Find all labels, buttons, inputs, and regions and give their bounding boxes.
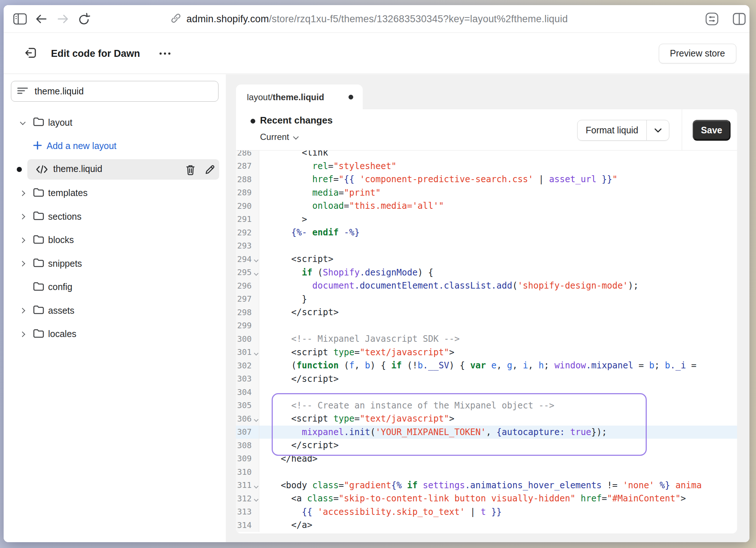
code-line[interactable]: 301 <script type="text/javascript"> — [236, 346, 737, 359]
line-number: 305 — [236, 399, 259, 412]
sidebar-item-blocks[interactable]: blocks — [4, 230, 226, 250]
code-line[interactable]: 287 rel="stylesheet" — [236, 160, 737, 173]
chevron-right-icon[interactable] — [20, 238, 25, 242]
sidebar-item-locales[interactable]: locales — [4, 324, 226, 344]
file-tree: layout Add a new layout — [4, 112, 226, 347]
delete-file-icon[interactable] — [185, 164, 196, 177]
fold-chevron-icon[interactable] — [255, 419, 259, 423]
sidebar-item-templates[interactable]: templates — [4, 183, 226, 203]
exit-icon[interactable] — [24, 46, 39, 62]
fold-chevron-icon[interactable] — [255, 273, 259, 277]
more-actions-button[interactable] — [156, 49, 174, 58]
browser-settings-icon[interactable] — [705, 12, 719, 26]
line-number: 303 — [236, 372, 259, 386]
fold-chevron-icon[interactable] — [255, 352, 259, 356]
chevron-right-icon[interactable] — [20, 191, 25, 195]
sidebar-item-theme-liquid[interactable]: theme.liquid — [4, 159, 226, 180]
code-line[interactable]: 305 <!-- Create an instance of the Mixpa… — [236, 399, 737, 412]
edit-file-icon[interactable] — [204, 164, 216, 177]
code-line-text: media="print" — [259, 188, 737, 198]
code-line[interactable]: 289 media="print" — [236, 186, 737, 200]
code-line[interactable]: 286 <link — [236, 150, 737, 160]
code-line[interactable]: 299 — [236, 319, 737, 333]
tab-theme-liquid[interactable]: layout/theme.liquid — [236, 85, 363, 110]
code-line[interactable]: 294 <script> — [236, 253, 737, 266]
sidebar-item-assets[interactable]: assets — [4, 300, 226, 321]
app-header: Edit code for Dawn Preview store — [4, 33, 749, 74]
code-line[interactable]: 304 — [236, 385, 737, 399]
add-new-layout-button[interactable]: Add a new layout — [4, 136, 226, 156]
code-line[interactable]: 313 {{ 'accessibility.skip_to_text' | t … — [236, 505, 737, 519]
forward-icon[interactable] — [57, 13, 69, 24]
fold-chevron-icon[interactable] — [255, 498, 259, 502]
code-line[interactable]: 307 mixpanel.init('YOUR_MIXPANEL_TOKEN',… — [236, 426, 737, 439]
folder-icon — [33, 117, 44, 128]
browser-toolbar: admin.shopify.com/store/rzq1xu-f5/themes… — [4, 5, 749, 33]
fold-chevron-icon[interactable] — [255, 485, 259, 489]
code-line-text: } — [259, 294, 737, 304]
code-file-icon — [36, 164, 48, 176]
browser-sidebar-toggle-icon[interactable] — [13, 13, 27, 25]
code-line[interactable]: 298 </script> — [236, 306, 737, 319]
code-line[interactable]: 292 {%- endif -%} — [236, 226, 737, 239]
sidebar-item-layout[interactable]: layout — [4, 112, 226, 133]
filter-icon — [17, 86, 28, 97]
code-line-text: </head> — [259, 454, 737, 464]
fold-chevron-icon[interactable] — [255, 259, 259, 263]
folder-icon — [33, 187, 44, 199]
code-line[interactable]: 293 — [236, 239, 737, 253]
chevron-right-icon[interactable] — [20, 214, 25, 219]
file-search[interactable] — [11, 81, 218, 102]
sidebar-item-snippets[interactable]: snippets — [4, 253, 226, 274]
tab-filename: theme.liquid — [273, 92, 324, 102]
chevron-right-icon[interactable] — [20, 332, 25, 336]
line-number: 291 — [236, 213, 259, 226]
code-line[interactable]: 310 — [236, 465, 737, 479]
code-line[interactable]: 312 <a class="skip-to-content-link butto… — [236, 492, 737, 505]
code-line[interactable]: 296 document.documentElement.classList.a… — [236, 279, 737, 293]
sidebar-item-sections[interactable]: sections — [4, 206, 226, 227]
code-line-text: <script type="text/javascript"> — [259, 347, 737, 357]
code-line[interactable]: 300 <!-- Mixpanel Javascript SDK --> — [236, 332, 737, 346]
preview-store-button[interactable]: Preview store — [659, 44, 736, 63]
code-lines: 286 <link287 rel="stylesheet"288 href="{… — [236, 150, 737, 532]
line-number: 287 — [236, 160, 259, 173]
code-line[interactable]: 306 <script type="text/javascript"> — [236, 412, 737, 426]
code-editor[interactable]: 286 <link287 rel="stylesheet"288 href="{… — [236, 150, 737, 533]
sidebar-item-config[interactable]: config — [4, 277, 226, 297]
folder-icon — [33, 305, 44, 316]
back-icon[interactable] — [35, 13, 47, 24]
code-line[interactable]: 311 <body class="gradient{% if settings.… — [236, 479, 737, 492]
line-number: 294 — [236, 253, 259, 266]
modified-dot — [17, 167, 22, 172]
line-number: 296 — [236, 279, 259, 293]
code-line[interactable]: 308 </script> — [236, 439, 737, 452]
code-line[interactable]: 297 } — [236, 293, 737, 306]
code-line[interactable]: 291 > — [236, 213, 737, 226]
line-number: 307 — [236, 426, 259, 439]
code-line[interactable]: 295 if (Shopify.designMode) { — [236, 266, 737, 279]
url-bar[interactable]: admin.shopify.com/store/rzq1xu-f5/themes… — [186, 13, 568, 25]
code-line[interactable]: 303 </script> — [236, 372, 737, 386]
chevron-right-icon[interactable] — [20, 308, 25, 313]
format-liquid-button[interactable]: Format liquid — [577, 120, 669, 141]
line-number: 311 — [236, 479, 259, 492]
code-line[interactable]: 302 (function (f, b) { if (!b.__SV) { va… — [236, 359, 737, 372]
line-number: 293 — [236, 239, 259, 253]
code-line[interactable]: 309 </head> — [236, 452, 737, 466]
code-line-text: href="{{ 'component-predictive-search.cs… — [259, 174, 737, 184]
format-options-chevron[interactable] — [646, 120, 669, 140]
code-line[interactable]: 314 </a> — [236, 518, 737, 532]
chevron-right-icon[interactable] — [20, 261, 25, 266]
link-icon — [170, 13, 181, 25]
code-line-text: </script> — [259, 440, 737, 450]
version-dropdown[interactable]: Current — [260, 132, 299, 142]
reload-icon[interactable] — [78, 12, 90, 26]
code-line[interactable]: 290 onload="this.media='all'" — [236, 199, 737, 213]
chevron-down-icon[interactable] — [20, 120, 25, 125]
code-line-text: > — [259, 214, 737, 224]
save-button[interactable]: Save — [693, 120, 731, 141]
search-input[interactable] — [34, 86, 212, 97]
code-line[interactable]: 288 href="{{ 'component-predictive-searc… — [236, 173, 737, 186]
split-view-icon[interactable] — [732, 12, 747, 26]
